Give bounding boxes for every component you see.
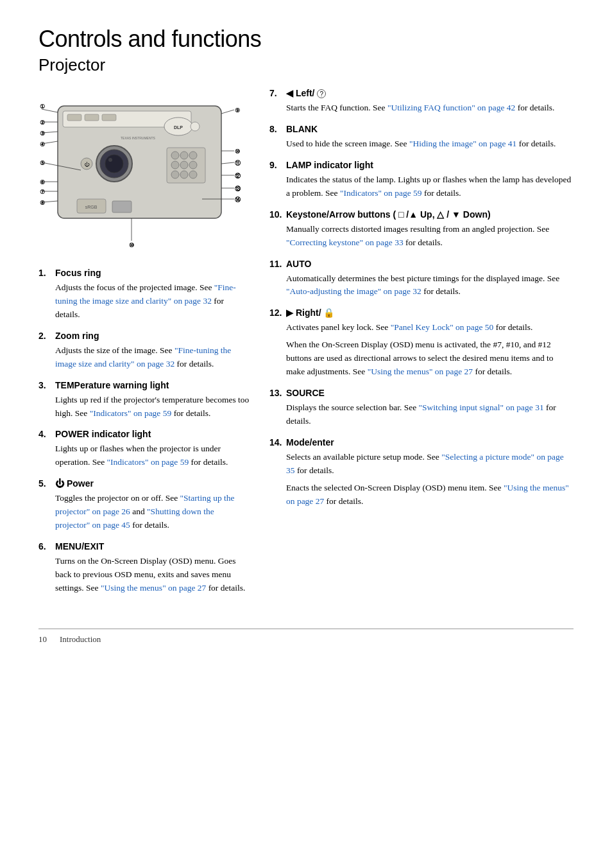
svg-text:③: ③ bbox=[40, 130, 45, 137]
svg-text:⑬: ⑬ bbox=[235, 186, 241, 192]
item-desc: Used to hide the screen image. See "Hidi… bbox=[286, 137, 574, 151]
item-title: Mode/enter bbox=[286, 437, 334, 447]
item-title: POWER indicator light bbox=[55, 429, 151, 439]
item-number: 1. bbox=[38, 266, 55, 322]
item-link[interactable]: "Panel Key Lock" on page 50 bbox=[391, 322, 494, 332]
item-link[interactable]: "Using the menus" on page 27 bbox=[368, 367, 473, 376]
item-number: 6. bbox=[38, 540, 55, 595]
item-content: ◀ Left/ ? Starts the FAQ function. See "… bbox=[286, 87, 574, 115]
item-number: 4. bbox=[38, 428, 55, 469]
svg-point-17 bbox=[171, 161, 179, 169]
item-number: 13. bbox=[269, 386, 286, 428]
item-number: 3. bbox=[38, 379, 55, 421]
item-desc: Lights up or flashes when the projector … bbox=[55, 442, 250, 469]
item-title: Zoom ring bbox=[55, 331, 99, 341]
item-title: ⏻ Power bbox=[55, 478, 94, 489]
item-title: ▶ Right/ 🔒 bbox=[286, 308, 334, 318]
item-content: ▶ Right/ 🔒 Activates panel key lock. See… bbox=[286, 306, 574, 379]
main-layout: DLP TEXAS INSTRUMENTS bbox=[38, 87, 574, 603]
item-link[interactable]: "Utilizing FAQ function" on page 42 bbox=[387, 103, 515, 112]
item-link[interactable]: "Switching input signal" on page 31 bbox=[419, 403, 544, 412]
svg-text:⑫: ⑫ bbox=[235, 173, 241, 179]
svg-text:①: ① bbox=[40, 103, 45, 110]
list-item: 10. Keystone/Arrow buttons ( □ /▲ Up, △ … bbox=[269, 208, 574, 250]
svg-point-15 bbox=[180, 152, 188, 159]
svg-rect-2 bbox=[67, 114, 81, 121]
svg-point-20 bbox=[171, 171, 179, 178]
footer-section-label: Introduction bbox=[60, 634, 101, 645]
item-link[interactable]: "Using the menus" on page 27 bbox=[286, 483, 569, 506]
item-title: BLANK bbox=[286, 124, 318, 134]
item-content: TEMPerature warning light Lights up red … bbox=[55, 379, 250, 421]
list-item: 6. MENU/EXIT Turns on the On-Screen Disp… bbox=[38, 540, 250, 595]
item-desc: Toggles the projector on or off. See "St… bbox=[55, 492, 250, 532]
svg-text:⑩: ⑩ bbox=[129, 242, 134, 248]
item-content: Focus ring Adjusts the focus of the proj… bbox=[55, 266, 250, 322]
svg-text:⑧: ⑧ bbox=[40, 200, 45, 206]
svg-text:TEXAS INSTRUMENTS: TEXAS INSTRUMENTS bbox=[121, 136, 156, 140]
list-item: 9. LAMP indicator light Indicates the st… bbox=[269, 159, 574, 200]
item-link[interactable]: "Fine-tuning the image size and clarity"… bbox=[55, 282, 236, 306]
item-content: ⏻ Power Toggles the projector on or off.… bbox=[55, 477, 250, 532]
page-title: Controls and functions bbox=[38, 26, 574, 53]
svg-text:⑩: ⑩ bbox=[235, 148, 240, 155]
item-desc: Indicates the status of the lamp. Lights… bbox=[286, 173, 574, 200]
item-number: 12. bbox=[269, 306, 286, 379]
item-desc: Lights up red if the projector's tempera… bbox=[55, 394, 250, 421]
item-title: MENU/EXIT bbox=[55, 541, 104, 551]
svg-line-50 bbox=[221, 162, 234, 164]
projector-svg: DLP TEXAS INSTRUMENTS bbox=[38, 87, 244, 254]
svg-point-21 bbox=[180, 171, 188, 178]
svg-text:⑦: ⑦ bbox=[40, 189, 45, 195]
item-link[interactable]: "Auto-adjusting the image" on page 32 bbox=[286, 286, 421, 296]
item-content: SOURCE Displays the source selection bar… bbox=[286, 386, 574, 428]
item-link[interactable]: "Indicators" on page 59 bbox=[107, 457, 189, 467]
list-item: 11. AUTO Automatically determines the be… bbox=[269, 257, 574, 299]
list-item: 3. TEMPerature warning light Lights up r… bbox=[38, 379, 250, 421]
item-link[interactable]: "Indicators" on page 59 bbox=[90, 408, 172, 418]
svg-rect-3 bbox=[85, 114, 99, 121]
item-title: ◀ Left/ ? bbox=[286, 88, 326, 98]
item-desc: Turns on the On-Screen Display (OSD) men… bbox=[55, 555, 250, 595]
item-desc: Activates panel key lock. See "Panel Key… bbox=[286, 321, 574, 334]
svg-text:⑨: ⑨ bbox=[235, 107, 240, 114]
item-desc: Selects an available picture setup mode.… bbox=[286, 451, 574, 478]
item-link[interactable]: "Hiding the image" on page 41 bbox=[409, 139, 516, 148]
item-title: AUTO bbox=[286, 259, 311, 269]
item-number: 8. bbox=[269, 123, 286, 151]
list-item: 12. ▶ Right/ 🔒 Activates panel key lock.… bbox=[269, 306, 574, 379]
item-title: LAMP indicator light bbox=[286, 160, 373, 170]
footer-page-number: 10 bbox=[38, 634, 47, 645]
item-link[interactable]: "Selecting a picture mode" on page 35 bbox=[286, 452, 564, 475]
section-subtitle: Projector bbox=[38, 55, 574, 75]
item-link[interactable]: "Fine-tuning the image size and clarity"… bbox=[55, 345, 231, 369]
item-number: 7. bbox=[269, 87, 286, 115]
item-number: 11. bbox=[269, 257, 286, 299]
svg-point-19 bbox=[189, 161, 197, 169]
item-link[interactable]: "Indicators" on page 59 bbox=[340, 188, 422, 198]
list-item: 14. Mode/enter Selects an available pict… bbox=[269, 436, 574, 508]
svg-point-16 bbox=[189, 152, 197, 159]
item-link[interactable]: "Correcting keystone" on page 33 bbox=[286, 238, 404, 247]
item-desc: Starts the FAQ function. See "Utilizing … bbox=[286, 101, 574, 115]
item-content: Mode/enter Selects an available picture … bbox=[286, 436, 574, 508]
item-title: TEMPerature warning light bbox=[55, 380, 169, 390]
projector-image: DLP TEXAS INSTRUMENTS bbox=[38, 87, 244, 254]
item-desc: Adjusts the focus of the projected image… bbox=[55, 281, 250, 322]
item-desc: Automatically determines the best pictur… bbox=[286, 272, 574, 299]
svg-point-11 bbox=[105, 155, 123, 173]
svg-point-12 bbox=[108, 158, 112, 162]
item-link[interactable]: "Using the menus" on page 27 bbox=[101, 583, 206, 593]
svg-line-44 bbox=[221, 110, 234, 114]
list-item: 2. Zoom ring Adjusts the size of the ima… bbox=[38, 329, 250, 371]
list-item: 1. Focus ring Adjusts the focus of the p… bbox=[38, 266, 250, 322]
item-desc-extra: Enacts the selected On-Screen Display (O… bbox=[286, 482, 574, 508]
item-content: MENU/EXIT Turns on the On-Screen Display… bbox=[55, 540, 250, 595]
item-content: BLANK Used to hide the screen image. See… bbox=[286, 123, 574, 151]
item-desc: Manually corrects distorted images resul… bbox=[286, 223, 574, 250]
item-list-left: 1. Focus ring Adjusts the focus of the p… bbox=[38, 266, 250, 595]
item-content: AUTO Automatically determines the best p… bbox=[286, 257, 574, 299]
svg-text:⑭: ⑭ bbox=[235, 196, 241, 203]
item-title: Keystone/Arrow buttons ( □ /▲ Up, △ / ▼ … bbox=[286, 209, 491, 220]
item-number: 14. bbox=[269, 436, 286, 508]
